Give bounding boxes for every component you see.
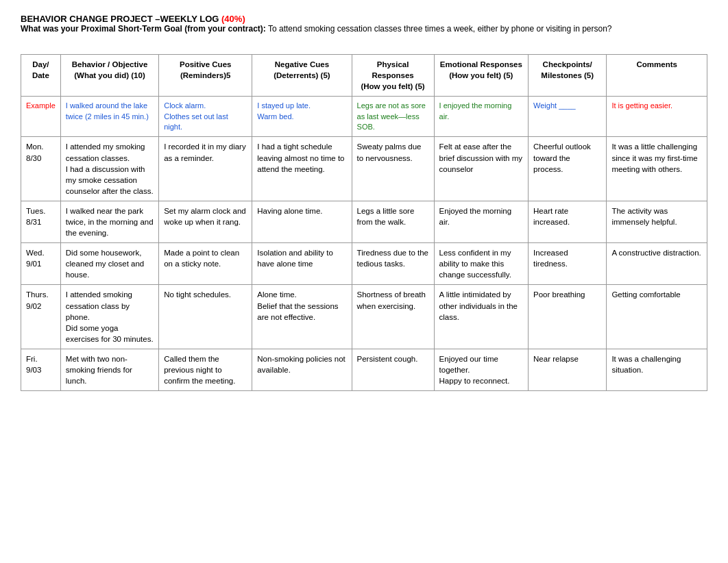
example-negative-text: I stayed up late.Warm bed.: [257, 101, 311, 120]
cell-day: Mon.8/30: [21, 137, 61, 201]
example-behavior: I walked around the lake twice (2 miles …: [60, 97, 158, 137]
page-title: BEHAVIOR CHANGE PROJECT –WEEKLY LOG (40%…: [21, 14, 707, 24]
example-comments: It is getting easier.: [607, 97, 707, 137]
col-emotional: Emotional Responses(How you felt) (5): [434, 55, 528, 97]
cell-comments: A constructive distraction.: [607, 243, 707, 285]
col-behavior: Behavior / Objective(What you did) (10): [60, 55, 158, 97]
example-behavior-text: I walked around the lake twice (2 miles …: [66, 101, 149, 120]
cell-checkpoints: Near relapse: [529, 349, 607, 390]
table-row: Thurs.9/02I attended smoking cessation c…: [21, 285, 707, 349]
example-checkpoints: Weight ____: [529, 97, 607, 137]
cell-checkpoints: Heart rate increased.: [529, 201, 607, 242]
goal-line: What was your Proximal Short-Term Goal (…: [21, 24, 707, 34]
cell-checkpoints: Cheerful outlook toward the process.: [529, 137, 607, 201]
example-label: Example: [26, 101, 56, 110]
cell-positive: Made a point to clean on a sticky note.: [159, 243, 252, 285]
cell-emotional: Less confident in my ability to make thi…: [434, 243, 528, 285]
cell-comments: Getting comfortable: [607, 285, 707, 349]
example-negative: I stayed up late.Warm bed.: [252, 97, 352, 137]
col-day: Day/Date: [21, 55, 61, 97]
cell-physical: Legs a little sore from the walk.: [352, 201, 434, 242]
cell-emotional: Enjoyed our time together.Happy to recon…: [434, 349, 528, 390]
cell-physical: Sweaty palms due to nervousness.: [352, 137, 434, 201]
example-checkpoints-text: Weight ____: [533, 101, 576, 110]
example-emotional-text: I enjoyed the morning air.: [439, 101, 512, 120]
example-day: Example: [21, 97, 61, 137]
example-positive-text: Clock alarm.Clothes set out last night.: [164, 101, 228, 131]
cell-behavior: Met with two non-smoking friends for lun…: [60, 349, 158, 390]
example-positive: Clock alarm.Clothes set out last night.: [159, 97, 252, 137]
cell-comments: It was a little challenging since it was…: [607, 137, 707, 201]
cell-day: Fri.9/03: [21, 349, 61, 390]
cell-positive: I recorded it in my diary as a reminder.: [159, 137, 252, 201]
cell-day: Tues.8/31: [21, 201, 61, 242]
cell-physical: Tiredness due to the tedious tasks.: [352, 243, 434, 285]
cell-positive: Set my alarm clock and woke up when it r…: [159, 201, 252, 242]
cell-behavior: I walked near the park twice, in the mor…: [60, 201, 158, 242]
example-row: Example I walked around the lake twice (…: [21, 97, 707, 137]
cell-comments: It was a challenging situation.: [607, 349, 707, 390]
title-text: BEHAVIOR CHANGE PROJECT –WEEKLY LOG: [21, 14, 221, 24]
goal-text: To attend smoking cessation classes thre…: [266, 24, 612, 34]
cell-positive: Called them the previous night to confir…: [159, 349, 252, 390]
cell-behavior: I attended my smoking cessation classes.…: [60, 137, 158, 201]
table-row: Mon.8/30I attended my smoking cessation …: [21, 137, 707, 201]
cell-negative: Isolation and ability to have alone time: [252, 243, 352, 285]
table-row: Fri.9/03Met with two non-smoking friends…: [21, 349, 707, 390]
cell-behavior: I attended smoking cessation class by ph…: [60, 285, 158, 349]
col-comments: Comments: [607, 55, 707, 97]
cell-emotional: A little intimidated by other individual…: [434, 285, 528, 349]
cell-negative: Having alone time.: [252, 201, 352, 242]
example-physical-text: Legs are not as sore as last week—less S…: [357, 101, 426, 131]
cell-physical: Shortness of breath when exercising.: [352, 285, 434, 349]
example-emotional: I enjoyed the morning air.: [434, 97, 528, 137]
title-percent: (40%): [221, 14, 245, 24]
cell-negative: Alone time.Belief that the sessions are …: [252, 285, 352, 349]
cell-physical: Persistent cough.: [352, 349, 434, 390]
goal-label: What was your Proximal Short-Term Goal (…: [21, 24, 266, 34]
table-header-row: Day/Date Behavior / Objective(What you d…: [21, 55, 707, 97]
cell-emotional: Enjoyed the morning air.: [434, 201, 528, 242]
col-negative: Negative Cues(Deterrents) (5): [252, 55, 352, 97]
example-comments-text: It is getting easier.: [611, 101, 672, 110]
cell-comments: The activity was immensely helpful.: [607, 201, 707, 242]
cell-behavior: Did some housework, cleaned my closet an…: [60, 243, 158, 285]
table-row: Wed.9/01Did some housework, cleaned my c…: [21, 243, 707, 285]
col-positive: Positive Cues(Reminders)5: [159, 55, 252, 97]
cell-emotional: Felt at ease after the brief discussion …: [434, 137, 528, 201]
cell-positive: No tight schedules.: [159, 285, 252, 349]
cell-day: Thurs.9/02: [21, 285, 61, 349]
cell-day: Wed.9/01: [21, 243, 61, 285]
weekly-log-table: Day/Date Behavior / Objective(What you d…: [21, 54, 707, 391]
cell-negative: I had a tight schedule leaving almost no…: [252, 137, 352, 201]
col-checkpoints: Checkpoints/Milestones (5): [529, 55, 607, 97]
cell-checkpoints: Poor breathing: [529, 285, 607, 349]
example-physical: Legs are not as sore as last week—less S…: [352, 97, 434, 137]
col-physical: Physical Responses(How you felt) (5): [352, 55, 434, 97]
cell-checkpoints: Increased tiredness.: [529, 243, 607, 285]
cell-negative: Non-smoking policies not available.: [252, 349, 352, 390]
table-row: Tues.8/31I walked near the park twice, i…: [21, 201, 707, 242]
